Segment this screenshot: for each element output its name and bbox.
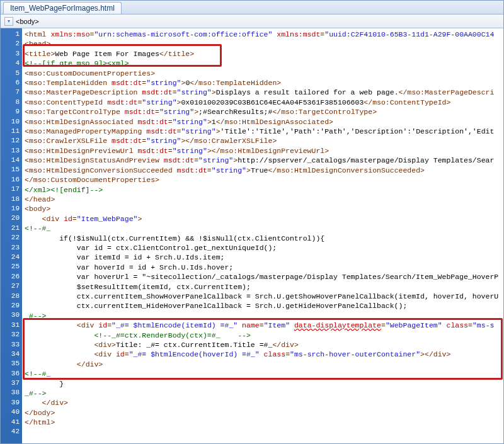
line-number: 18 (1, 195, 20, 204)
line-number: 20 (1, 213, 20, 223)
code-line[interactable]: if(!$isNull(ctx.CurrentItem) && !$isNull… (25, 234, 503, 243)
code-line[interactable]: </div> (25, 398, 503, 407)
code-line[interactable]: <mso:HtmlDesignStatusAndPreview msdt:dt=… (25, 156, 503, 165)
line-number: 39 (1, 398, 20, 407)
line-number: 24 (1, 253, 20, 262)
code-line[interactable]: var itemId = id + Srch.U.Ids.item; (25, 253, 503, 262)
code-line[interactable]: <mso:ContentTypeId msdt:dt="string">0x01… (25, 98, 503, 107)
line-number: 33 (1, 340, 20, 350)
line-number: 2 (1, 39, 20, 48)
line-number: 22 (1, 233, 20, 242)
code-line[interactable]: </mso:CustomDocumentProperties> (25, 175, 503, 185)
code-line[interactable]: </xml><![endif]--> (25, 185, 503, 195)
code-line[interactable]: <mso:CrawlerXSLFile msdt:dt="string"></m… (25, 136, 503, 145)
line-number-gutter: 1234567891011121314151617181920212223242… (1, 28, 22, 443)
breadcrumb-bar: ▾ <body> (1, 14, 503, 28)
code-line[interactable]: <div id="_#= $htmlEncode(itemId) =#_" na… (25, 321, 503, 330)
code-line[interactable]: <html xmlns:mso="urn:schemas-microsoft-c… (25, 30, 503, 39)
code-line[interactable]: <mso:HtmlDesignConversionSucceeded msdt:… (25, 166, 503, 175)
line-number: 34 (1, 350, 20, 359)
tab-bar: Item_WebPageForImages.html (1, 1, 503, 14)
code-line[interactable]: </html> (25, 418, 503, 427)
line-number: 10 (1, 117, 20, 127)
line-number: 32 (1, 330, 20, 339)
code-line[interactable]: <title>Web Page Item For Images</title> (25, 49, 503, 59)
line-number: 37 (1, 379, 20, 388)
code-line[interactable]: <!--_#=ctx.RenderBody(ctx)=#_ --> (25, 331, 503, 340)
code-editor[interactable]: 1234567891011121314151617181920212223242… (1, 28, 503, 443)
line-number: 36 (1, 369, 20, 379)
code-line[interactable]: <div>Title: _#= ctx.CurrentItem.Title =#… (25, 340, 503, 350)
code-line[interactable]: <!--#_ (25, 224, 503, 233)
code-line[interactable]: <head> (25, 39, 503, 48)
line-number: 8 (1, 98, 20, 107)
code-line[interactable]: } (25, 379, 503, 389)
line-number: 9 (1, 107, 20, 117)
line-number: 27 (1, 282, 20, 291)
code-line[interactable]: var hoverId = id + Srch.U.Ids.hover; (25, 263, 503, 272)
code-line[interactable]: $setResultItem(itemId, ctx.CurrentItem); (25, 282, 503, 292)
code-line[interactable]: <!--#_ (25, 369, 503, 379)
line-number: 31 (1, 321, 20, 330)
line-number: 1 (1, 30, 20, 39)
line-number: 41 (1, 418, 20, 427)
line-number: 3 (1, 49, 20, 59)
code-line[interactable]: </div> (25, 360, 503, 369)
code-line[interactable]: <mso:CustomDocumentProperties> (25, 69, 503, 78)
line-number: 5 (1, 69, 20, 78)
line-number: 7 (1, 88, 20, 97)
code-line[interactable]: <mso:HtmlDesignAssociated msdt:dt="strin… (25, 117, 503, 127)
code-line[interactable]: _#--> (25, 389, 503, 398)
line-number: 38 (1, 388, 20, 397)
code-line[interactable]: <body> (25, 204, 503, 213)
line-number: 11 (1, 127, 20, 136)
code-line[interactable]: <div id="Item_WebPage"> (25, 214, 503, 224)
line-number: 30 (1, 310, 20, 320)
line-number: 40 (1, 407, 20, 417)
line-number: 14 (1, 156, 20, 165)
code-line[interactable]: _#--> (25, 311, 503, 321)
code-line[interactable]: </body> (25, 408, 503, 418)
line-number: 23 (1, 243, 20, 253)
code-line[interactable]: <!--[if gte mso 9]><xml> (25, 59, 503, 68)
line-number: 26 (1, 272, 20, 282)
code-line[interactable]: <mso:TargetControlType msdt:dt="string">… (25, 107, 503, 117)
breadcrumb-dropdown-icon[interactable]: ▾ (4, 17, 13, 26)
code-line[interactable]: <mso:ManagedPropertyMapping msdt:dt="str… (25, 127, 503, 136)
line-number: 21 (1, 224, 20, 233)
line-number: 25 (1, 262, 20, 271)
line-number: 19 (1, 204, 20, 213)
line-number: 28 (1, 292, 20, 301)
code-line[interactable]: ctx.currentItem_HideHoverPanelCallback =… (25, 301, 503, 310)
code-line[interactable]: var id = ctx.ClientControl.get_nextUniqu… (25, 243, 503, 253)
line-number: 4 (1, 59, 20, 68)
line-number: 12 (1, 136, 20, 145)
code-line[interactable]: <div id="_#= $htmlEncode(hoverId) =#_" c… (25, 350, 503, 359)
file-tab[interactable]: Item_WebPageForImages.html (3, 2, 122, 14)
code-line[interactable]: var hoverUrl = "~sitecollection/_catalog… (25, 272, 503, 282)
code-line[interactable]: <mso:HtmlDesignPreviewUrl msdt:dt="strin… (25, 146, 503, 156)
line-number: 35 (1, 359, 20, 368)
line-number: 6 (1, 78, 20, 88)
line-number: 29 (1, 301, 20, 310)
code-line[interactable]: <mso:TemplateHidden msdt:dt="string">0</… (25, 78, 503, 88)
line-number: 13 (1, 146, 20, 156)
line-number: 15 (1, 165, 20, 174)
code-line[interactable]: </head> (25, 195, 503, 204)
code-content[interactable]: <html xmlns:mso="urn:schemas-microsoft-c… (22, 28, 503, 443)
breadcrumb[interactable]: <body> (16, 18, 39, 25)
line-number: 16 (1, 175, 20, 185)
code-line[interactable]: <mso:MasterPageDescription msdt:dt="stri… (25, 88, 503, 97)
code-line[interactable]: ctx.currentItem_ShowHoverPanelCallback =… (25, 292, 503, 301)
line-number: 42 (1, 427, 20, 436)
line-number: 17 (1, 185, 20, 194)
